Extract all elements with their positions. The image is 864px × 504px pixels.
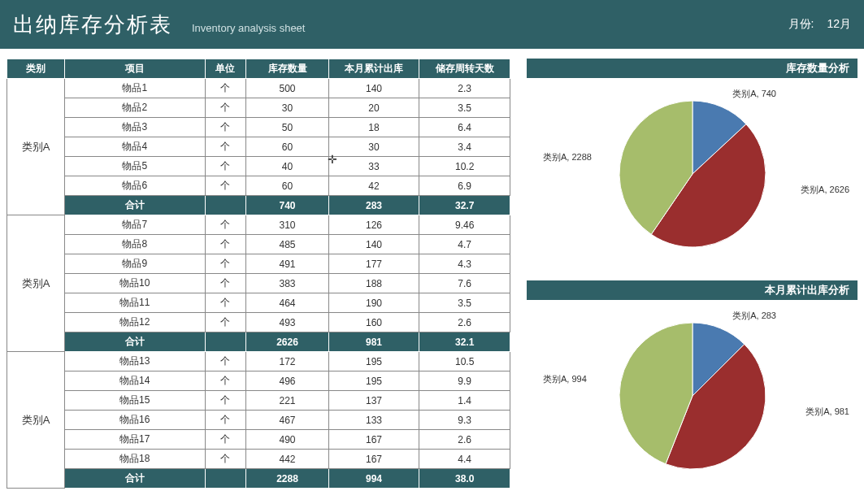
cell-turn[interactable]: 9.9: [419, 371, 510, 391]
cell-out[interactable]: 18: [328, 118, 419, 137]
table-row[interactable]: 物品12个4931602.6: [7, 313, 510, 332]
cell-out[interactable]: 30: [328, 137, 419, 157]
cell-unit[interactable]: 个: [205, 79, 246, 98]
cell-out[interactable]: 137: [328, 391, 419, 411]
cell-out[interactable]: 140: [328, 235, 419, 254]
cell-turn[interactable]: 6.4: [419, 118, 510, 137]
table-row[interactable]: 物品4个60303.4: [7, 137, 510, 157]
cell-unit[interactable]: 个: [205, 157, 246, 176]
table-row[interactable]: 类别A物品1个5001402.3: [7, 79, 510, 98]
cell-unit[interactable]: 个: [205, 118, 246, 137]
cell-turn[interactable]: 9.46: [419, 215, 510, 235]
cell-qty[interactable]: 40: [246, 157, 328, 176]
cell-item[interactable]: 物品7: [65, 215, 206, 235]
cell-out[interactable]: 33: [328, 157, 419, 176]
cell-qty[interactable]: 485: [246, 235, 328, 254]
cell-turn[interactable]: 7.6: [419, 274, 510, 293]
cell-out[interactable]: 140: [328, 79, 419, 98]
table-row[interactable]: 类别A物品7个3101269.46: [7, 215, 510, 235]
cell-unit[interactable]: 个: [205, 215, 246, 235]
cell-item[interactable]: 物品14: [65, 371, 206, 391]
cell-turn[interactable]: 3.5: [419, 293, 510, 313]
cell-qty[interactable]: 491: [246, 254, 328, 274]
table-row[interactable]: 物品5个403310.2: [7, 157, 510, 176]
table-row[interactable]: 物品15个2211371.4: [7, 391, 510, 411]
cell-out[interactable]: 195: [328, 371, 419, 391]
cell-qty[interactable]: 493: [246, 313, 328, 332]
cell-turn[interactable]: 4.7: [419, 235, 510, 254]
cell-unit[interactable]: 个: [205, 235, 246, 254]
table-row[interactable]: 物品16个4671339.3: [7, 411, 510, 430]
cell-qty[interactable]: 383: [246, 274, 328, 293]
cell-unit[interactable]: 个: [205, 254, 246, 274]
table-row[interactable]: 物品17个4901672.6: [7, 430, 510, 450]
cell-qty[interactable]: 172: [246, 352, 328, 371]
cell-item[interactable]: 物品1: [65, 79, 206, 98]
cell-turn[interactable]: 2.3: [419, 79, 510, 98]
cell-item[interactable]: 物品11: [65, 293, 206, 313]
cell-turn[interactable]: 3.5: [419, 98, 510, 118]
month-value[interactable]: 12月: [827, 17, 851, 32]
cell-qty[interactable]: 496: [246, 371, 328, 391]
cell-turn[interactable]: 10.2: [419, 157, 510, 176]
cell-out[interactable]: 167: [328, 450, 419, 469]
table-row[interactable]: 类别A物品13个17219510.5: [7, 352, 510, 371]
table-row[interactable]: 物品6个60426.9: [7, 176, 510, 196]
table-row[interactable]: 物品14个4961959.9: [7, 371, 510, 391]
cell-unit[interactable]: 个: [205, 371, 246, 391]
cell-unit[interactable]: 个: [205, 352, 246, 371]
cell-qty[interactable]: 30: [246, 98, 328, 118]
cell-out[interactable]: 177: [328, 254, 419, 274]
cell-qty[interactable]: 60: [246, 176, 328, 196]
cell-item[interactable]: 物品16: [65, 411, 206, 430]
cell-item[interactable]: 物品18: [65, 450, 206, 469]
cell-unit[interactable]: 个: [205, 293, 246, 313]
cell-qty[interactable]: 442: [246, 450, 328, 469]
cell-unit[interactable]: 个: [205, 450, 246, 469]
cell-unit[interactable]: 个: [205, 313, 246, 332]
cell-item[interactable]: 物品8: [65, 235, 206, 254]
cell-turn[interactable]: 3.4: [419, 137, 510, 157]
cell-item[interactable]: 物品10: [65, 274, 206, 293]
cell-item[interactable]: 物品17: [65, 430, 206, 450]
table-row[interactable]: 物品11个4641903.5: [7, 293, 510, 313]
cell-qty[interactable]: 500: [246, 79, 328, 98]
cell-item[interactable]: 物品9: [65, 254, 206, 274]
cell-out[interactable]: 160: [328, 313, 419, 332]
cell-unit[interactable]: 个: [205, 274, 246, 293]
cell-unit[interactable]: 个: [205, 391, 246, 411]
table-row[interactable]: 物品18个4421674.4: [7, 450, 510, 469]
cell-qty[interactable]: 60: [246, 137, 328, 157]
cell-item[interactable]: 物品5: [65, 157, 206, 176]
cell-qty[interactable]: 310: [246, 215, 328, 235]
cell-turn[interactable]: 6.9: [419, 176, 510, 196]
cell-unit[interactable]: 个: [205, 411, 246, 430]
table-row[interactable]: 物品10个3831887.6: [7, 274, 510, 293]
cell-turn[interactable]: 10.5: [419, 352, 510, 371]
cell-item[interactable]: 物品2: [65, 98, 206, 118]
cell-unit[interactable]: 个: [205, 137, 246, 157]
cell-out[interactable]: 42: [328, 176, 419, 196]
cell-item[interactable]: 物品4: [65, 137, 206, 157]
cell-out[interactable]: 126: [328, 215, 419, 235]
cell-qty[interactable]: 490: [246, 430, 328, 450]
cell-item[interactable]: 物品3: [65, 118, 206, 137]
table-row[interactable]: 物品3个50186.4: [7, 118, 510, 137]
cell-item[interactable]: 物品13: [65, 352, 206, 371]
cell-out[interactable]: 188: [328, 274, 419, 293]
cell-out[interactable]: 167: [328, 430, 419, 450]
cell-qty[interactable]: 221: [246, 391, 328, 411]
cell-turn[interactable]: 2.6: [419, 430, 510, 450]
table-row[interactable]: 物品8个4851404.7: [7, 235, 510, 254]
cell-qty[interactable]: 50: [246, 118, 328, 137]
table-row[interactable]: 物品9个4911774.3: [7, 254, 510, 274]
table-row[interactable]: 物品2个30203.5: [7, 98, 510, 118]
cell-out[interactable]: 190: [328, 293, 419, 313]
cell-qty[interactable]: 467: [246, 411, 328, 430]
cell-unit[interactable]: 个: [205, 98, 246, 118]
cell-unit[interactable]: 个: [205, 430, 246, 450]
cell-item[interactable]: 物品6: [65, 176, 206, 196]
cell-qty[interactable]: 464: [246, 293, 328, 313]
cell-out[interactable]: 20: [328, 98, 419, 118]
cell-out[interactable]: 133: [328, 411, 419, 430]
